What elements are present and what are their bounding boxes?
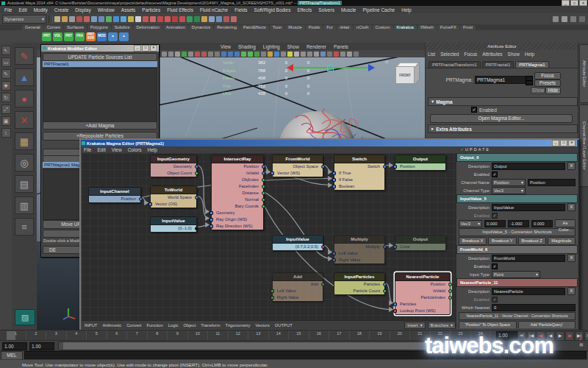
frame-number[interactable]: 13 bbox=[248, 330, 269, 341]
frame-number[interactable]: 18 bbox=[350, 330, 370, 341]
output-port[interactable] bbox=[262, 205, 265, 208]
focus-button[interactable]: Focus bbox=[534, 72, 561, 79]
frame-number[interactable]: 14 bbox=[269, 330, 290, 341]
magma-node-fromworld[interactable]: FromWorldObject SpaceVector (WS) bbox=[272, 155, 323, 177]
tool-icon[interactable]: ✕ bbox=[15, 111, 34, 129]
viewport-toolbar-icon[interactable] bbox=[201, 52, 207, 57]
nearestparticle11-section-header[interactable]: NearestParticle_11 bbox=[456, 278, 578, 287]
enabled-checkbox[interactable]: ✓ bbox=[471, 107, 477, 113]
shelf-tab[interactable]: Krakatoa bbox=[394, 25, 417, 30]
hide-button[interactable]: Hide bbox=[545, 87, 561, 94]
input-port[interactable] bbox=[209, 218, 213, 222]
output-port[interactable] bbox=[383, 289, 387, 293]
breakout-z-button[interactable]: Breakout Z bbox=[518, 237, 546, 245]
input-type-dropdown[interactable]: Point▾ bbox=[492, 271, 540, 278]
description-field[interactable]: NearestParticle bbox=[492, 288, 565, 295]
magma-node-inputvalue[interactable]: InputValue(0,-1,0) bbox=[150, 216, 197, 233]
position-to-object-space-button[interactable]: "Position" To Object Space bbox=[459, 321, 517, 328]
enabled-checkbox[interactable]: ✓ bbox=[492, 263, 498, 269]
description-field[interactable]: FromWorld bbox=[492, 255, 565, 262]
viewport-toolbar-icon[interactable] bbox=[340, 52, 345, 57]
status-toolbar-icon[interactable] bbox=[187, 16, 193, 22]
tool-icon[interactable]: ✎ bbox=[15, 47, 34, 65]
layout-toggle-icon[interactable] bbox=[570, 16, 576, 22]
input-port[interactable] bbox=[332, 171, 336, 175]
tool-icon[interactable]: ↖ bbox=[1, 46, 11, 55]
category-item[interactable]: Function bbox=[147, 323, 163, 328]
category-item[interactable]: OUTPUT bbox=[275, 323, 293, 328]
viewport-toolbar-icon[interactable] bbox=[175, 52, 180, 57]
add-magma-button[interactable]: +Add Magma bbox=[43, 121, 157, 130]
maximize-button[interactable]: □ bbox=[570, 0, 578, 6]
magma-menu-item[interactable]: File bbox=[84, 147, 91, 152]
viewport-toolbar-icon[interactable] bbox=[254, 52, 259, 57]
input-port[interactable] bbox=[209, 224, 213, 228]
status-toolbar-icon[interactable] bbox=[150, 16, 156, 22]
shelf-button[interactable]: MOD bbox=[97, 32, 107, 41]
shelf-tab[interactable]: Fluids bbox=[306, 25, 323, 30]
range-grip-left[interactable] bbox=[59, 342, 63, 350]
particle-source-list[interactable] bbox=[43, 68, 157, 122]
menu-item[interactable]: Fluid Effects bbox=[167, 7, 193, 13]
viewport-toolbar-icon[interactable] bbox=[168, 52, 173, 57]
modifier-editor-titlebar[interactable]: Krakatoa Modifier Editor _ □ ✕ bbox=[41, 45, 159, 52]
view-cube[interactable]: FRONT bbox=[394, 62, 416, 84]
magma-menu-item[interactable]: View bbox=[112, 147, 122, 152]
status-toolbar-icon[interactable] bbox=[143, 16, 148, 22]
shelf-tab[interactable]: Surfaces bbox=[64, 25, 87, 30]
category-item[interactable]: Arithmetic bbox=[102, 323, 121, 328]
viewport-toolbar-icon[interactable] bbox=[320, 52, 326, 57]
viewport-toolbar-icon[interactable] bbox=[228, 52, 233, 57]
frame-number[interactable]: 17 bbox=[329, 330, 350, 341]
output-port[interactable] bbox=[195, 196, 198, 199]
viewport-toolbar-icon[interactable] bbox=[208, 52, 213, 57]
y-value-field[interactable]: -1.000 bbox=[508, 220, 529, 227]
description-field[interactable]: InputValue bbox=[492, 204, 565, 211]
node-name-field[interactable]: PRTMagma1 bbox=[475, 76, 528, 84]
viewport-toolbar-icon[interactable] bbox=[287, 52, 293, 57]
shelf-button[interactable]: ▲ bbox=[108, 32, 118, 41]
shelf-tab[interactable]: FumeFX bbox=[437, 25, 459, 30]
viewcube-home-icon[interactable]: ⌂ bbox=[385, 59, 388, 64]
tool-icon[interactable]: ● bbox=[15, 90, 34, 107]
shelf-button[interactable]: FRA bbox=[75, 32, 85, 41]
enabled-checkbox[interactable]: ✓ bbox=[492, 297, 498, 302]
viewport-toolbar-icon[interactable] bbox=[215, 52, 220, 57]
menu-item[interactable]: Solvers bbox=[318, 7, 334, 13]
sidebar-toggle-icon[interactable] bbox=[562, 16, 567, 22]
channel-name-dropdown[interactable]: Position▾ bbox=[492, 179, 526, 186]
enabled-checkbox[interactable]: ✓ bbox=[492, 171, 498, 177]
show-button[interactable]: Show bbox=[531, 87, 545, 94]
input-port[interactable] bbox=[332, 252, 336, 255]
status-toolbar-icon[interactable] bbox=[91, 16, 97, 22]
input-port[interactable] bbox=[270, 296, 274, 300]
status-toolbar-icon[interactable] bbox=[194, 16, 200, 22]
minimize-button[interactable]: _ bbox=[562, 0, 570, 6]
tool-icon[interactable]: ✚ bbox=[1, 81, 11, 91]
status-toolbar-icon[interactable] bbox=[172, 16, 178, 22]
output-port[interactable] bbox=[321, 165, 325, 169]
frame-number[interactable]: 15 bbox=[289, 330, 309, 341]
tool-settings-icon[interactable] bbox=[579, 16, 585, 22]
menu-item[interactable]: Display bbox=[75, 7, 90, 13]
shelf-button[interactable]: PRT bbox=[42, 32, 51, 41]
close-icon[interactable]: ✕ bbox=[150, 45, 157, 52]
menu-item[interactable]: Modify bbox=[34, 7, 48, 13]
frame-number[interactable]: 12 bbox=[229, 330, 249, 341]
show-ui-icon[interactable] bbox=[553, 16, 559, 22]
magma-node-graph[interactable]: InputChannelPositionInputGeometryGeometr… bbox=[82, 153, 456, 320]
viewport-menu-item[interactable]: Renderer bbox=[306, 44, 326, 49]
tool-icon[interactable]: ↕ bbox=[1, 128, 11, 138]
add-particlequery-button[interactable]: Add 'ParticleQuery' bbox=[518, 321, 576, 328]
render-view-icon[interactable]: ▨ bbox=[15, 309, 35, 325]
viewport-toolbar-icon[interactable] bbox=[294, 52, 299, 57]
magma-node-intersectray[interactable]: IntersectRayPositionIsValidObjIndexFaceI… bbox=[211, 155, 264, 230]
frame-number[interactable]: 20 bbox=[390, 330, 411, 341]
shelf-tab[interactable]: PaintEffects bbox=[240, 25, 269, 30]
viewport-toolbar-icon[interactable] bbox=[162, 52, 167, 57]
output-port[interactable] bbox=[262, 185, 265, 188]
magma-node-switch[interactable]: SwitchSwitchIf TrueIf FalseBoolean bbox=[334, 155, 385, 191]
shelf-tab[interactable]: Animation bbox=[163, 25, 188, 30]
magma-menu-item[interactable]: Colors bbox=[128, 147, 142, 152]
ae-menu-item[interactable]: Focus bbox=[464, 52, 477, 57]
